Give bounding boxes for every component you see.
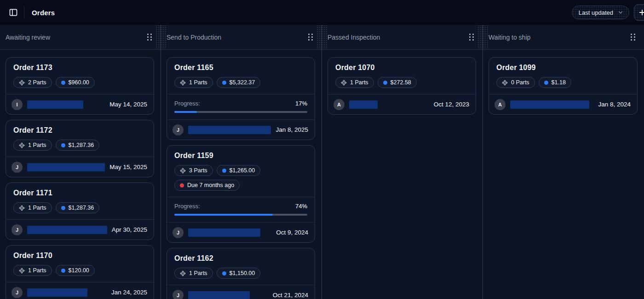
price-badge-label: $1,287.36 <box>69 142 94 148</box>
card-header: Order 1159 3 Parts $1,265.0 <box>167 146 315 197</box>
component-icon <box>180 80 186 86</box>
card-date: Oct 12, 2023 <box>434 101 469 108</box>
component-icon <box>19 268 25 274</box>
parts-badge: 0 Parts <box>496 77 535 88</box>
parts-badge: 3 Parts <box>174 165 213 176</box>
order-card[interactable]: Order 1159 3 Parts $1,265.0 <box>167 145 315 243</box>
column-header: Waiting to ship <box>483 25 644 50</box>
panel-left-icon <box>9 8 18 17</box>
card-footer: A Oct 12, 2023 <box>328 94 476 114</box>
card-date: May 14, 2025 <box>109 101 147 108</box>
order-card[interactable]: Order 1165 1 Parts $5,322.3 <box>167 57 315 140</box>
progress-bar-track <box>174 111 307 113</box>
order-title: Order 1172 <box>13 126 146 135</box>
price-badge-label: $1.18 <box>552 79 566 86</box>
grip-dots-icon[interactable] <box>308 33 313 41</box>
price-badge-label: $1,287.36 <box>69 205 94 211</box>
assignee-name-bar <box>188 126 271 134</box>
progress-label: Progress: <box>174 203 200 210</box>
progress-bar-fill <box>174 214 273 216</box>
order-card[interactable]: Order 1070 1 Parts $272.58 <box>328 57 476 115</box>
parts-badge-label: 1 Parts <box>28 267 46 274</box>
topbar-divider <box>24 6 24 18</box>
badge-row: 1 Parts $5,322.37 <box>174 77 307 88</box>
component-icon <box>19 80 25 86</box>
parts-badge: 1 Parts <box>13 140 52 151</box>
sort-dropdown-label: Last updated <box>579 9 613 16</box>
component-icon <box>180 270 186 276</box>
price-badge: $960.00 <box>56 77 95 88</box>
component-icon <box>180 168 186 174</box>
progress-bar-fill <box>174 111 197 113</box>
component-icon <box>19 142 25 148</box>
order-card[interactable]: Order 1172 1 Parts $1,287.3 <box>6 120 154 177</box>
card-header: Order 1070 1 Parts $272.58 <box>328 58 476 94</box>
order-title: Order 1159 <box>174 152 307 160</box>
parts-badge: 2 Parts <box>13 77 52 88</box>
blue-dot-icon <box>544 81 548 85</box>
column-title: Awaiting review <box>6 34 50 41</box>
card-footer: J Oct 9, 2024 <box>167 222 315 242</box>
order-card[interactable]: Order 1170 1 Parts $120.00 <box>6 245 154 299</box>
component-icon <box>341 80 347 86</box>
parts-badge: 1 Parts <box>174 77 213 88</box>
card-header: Order 1165 1 Parts $5,322.3 <box>167 58 315 94</box>
card-footer: J Jan 24, 2025 <box>6 282 154 299</box>
sort-dropdown[interactable]: Last updated <box>572 6 629 19</box>
badge-row: 3 Parts $1,265.00 Due 7 months ago <box>174 165 307 191</box>
parts-badge: 1 Parts <box>335 77 374 88</box>
badge-row: 1 Parts $1,150.00 <box>174 268 307 279</box>
board: Awaiting review Order 1173 2 Parts <box>0 25 644 299</box>
topbar-actions: Last updated <box>572 4 638 21</box>
plus-icon <box>638 8 644 17</box>
price-badge-label: $272.58 <box>391 79 411 86</box>
grip-dots-icon[interactable] <box>147 33 152 41</box>
add-order-button[interactable] <box>634 4 644 21</box>
order-card[interactable]: Order 1162 1 Parts $1,150.0 <box>167 248 315 299</box>
parts-badge-label: 2 Parts <box>28 79 46 86</box>
parts-badge: 1 Parts <box>13 202 52 213</box>
progress-section: Progress: 17% <box>167 94 315 119</box>
badge-row: 2 Parts $960.00 <box>13 77 146 88</box>
price-badge: $1.18 <box>539 77 571 88</box>
grip-dots-icon[interactable] <box>469 33 474 41</box>
price-badge-label: $960.00 <box>69 79 89 86</box>
parts-badge-label: 1 Parts <box>350 79 368 86</box>
sidebar-toggle-button[interactable] <box>6 5 21 20</box>
assignee-name-bar <box>188 229 260 237</box>
grip-dots-icon[interactable] <box>630 33 636 41</box>
card-list: Order 1070 1 Parts $272.58 <box>322 50 483 299</box>
badge-row: 1 Parts $120.00 <box>13 265 146 276</box>
topbar: Orders Last updated <box>0 0 644 25</box>
order-card[interactable]: Order 1173 2 Parts $960.00 <box>6 57 154 115</box>
order-title: Order 1170 <box>13 252 146 260</box>
board-column: Awaiting review Order 1173 2 Parts <box>0 25 161 299</box>
blue-dot-icon <box>222 169 226 173</box>
order-title: Order 1162 <box>174 254 307 263</box>
order-card[interactable]: Order 1099 0 Parts $1.18 <box>489 57 638 115</box>
blue-dot-icon <box>222 81 226 85</box>
order-card[interactable]: Order 1171 1 Parts $1,287.3 <box>6 182 154 240</box>
badge-row: 1 Parts $1,287.36 <box>13 202 146 213</box>
progress-value: 74% <box>295 203 307 210</box>
assignee-name-bar <box>349 100 378 109</box>
card-date: Jan 24, 2025 <box>111 289 147 296</box>
page-title: Orders <box>32 9 55 17</box>
price-badge: $272.58 <box>378 77 417 88</box>
blue-dot-icon <box>61 206 65 210</box>
price-badge: $1,287.36 <box>56 202 100 213</box>
assignee-name-bar <box>510 100 589 109</box>
order-title: Order 1165 <box>174 64 307 72</box>
card-date: Jan 8, 2025 <box>276 126 308 133</box>
price-badge: $1,287.36 <box>56 140 100 151</box>
red-dot-icon <box>180 183 184 188</box>
progress-label: Progress: <box>174 100 200 107</box>
assignee-name-bar <box>27 163 105 171</box>
column-header: Passed Inspection <box>322 25 483 50</box>
card-header: Order 1172 1 Parts $1,287.3 <box>6 120 154 157</box>
progress-row: Progress: 17% <box>174 100 307 107</box>
order-title: Order 1171 <box>13 189 146 197</box>
avatar: J <box>172 290 184 299</box>
price-badge: $5,322.37 <box>217 77 261 88</box>
parts-badge-label: 3 Parts <box>189 167 207 174</box>
